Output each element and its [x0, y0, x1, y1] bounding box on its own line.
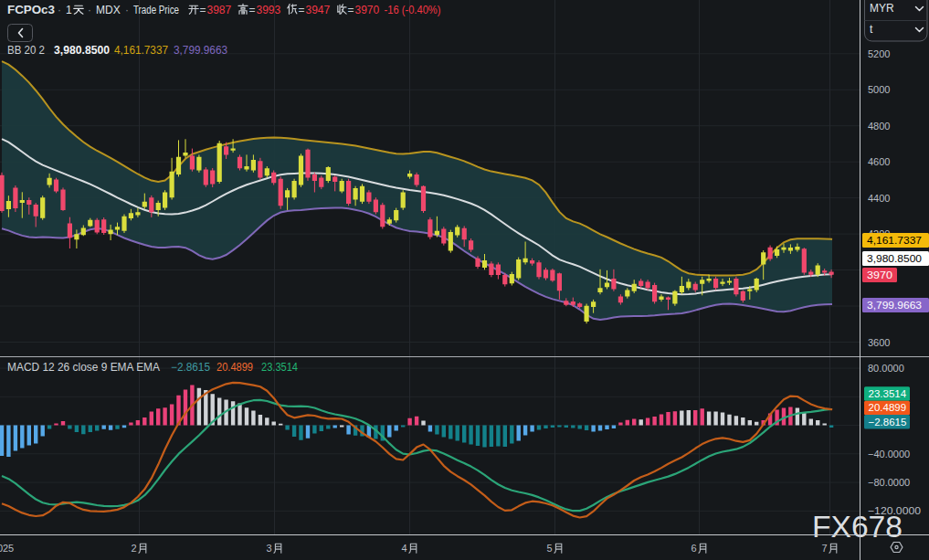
svg-text:4,161.7337: 4,161.7337: [867, 235, 922, 246]
svg-text:23.3514: 23.3514: [869, 388, 907, 399]
svg-text:4400: 4400: [868, 193, 890, 204]
svg-text:20.4899: 20.4899: [869, 402, 907, 413]
svg-text:=: =: [299, 4, 305, 16]
svg-text:MDX: MDX: [96, 4, 121, 16]
svg-text:-16 (-0.40%): -16 (-0.40%): [385, 4, 441, 16]
svg-text:5: 5: [547, 543, 553, 554]
svg-text:BB 20 2: BB 20 2: [7, 44, 45, 57]
svg-text:3993: 3993: [257, 4, 281, 16]
svg-text:4,161.7337: 4,161.7337: [114, 44, 168, 57]
svg-text:1: 1: [66, 4, 72, 16]
svg-text:3970: 3970: [355, 4, 380, 16]
svg-text:=: =: [200, 4, 206, 16]
svg-text:·: ·: [88, 4, 91, 16]
svg-text:=: =: [249, 4, 256, 16]
svg-text:3: 3: [267, 543, 272, 554]
svg-text:20.4899: 20.4899: [216, 361, 253, 374]
svg-text:−2.8615: −2.8615: [869, 417, 907, 428]
svg-text:MYR: MYR: [870, 2, 894, 15]
svg-text:7: 7: [822, 543, 828, 554]
svg-text:−40.0000: −40.0000: [868, 449, 910, 460]
svg-text:3600: 3600: [868, 337, 890, 348]
svg-text:6: 6: [691, 543, 697, 554]
svg-text:4600: 4600: [868, 156, 890, 167]
svg-text:3,799.9663: 3,799.9663: [867, 300, 922, 311]
svg-text:·: ·: [58, 4, 61, 16]
svg-text:4800: 4800: [868, 121, 890, 132]
svg-text:4: 4: [402, 543, 407, 554]
svg-text:−80.0000: −80.0000: [868, 477, 910, 488]
svg-text:=: =: [348, 4, 354, 16]
svg-text:−2.8615: −2.8615: [171, 361, 210, 374]
svg-text:5200: 5200: [868, 48, 890, 59]
svg-text:2: 2: [132, 543, 137, 554]
svg-text:3,799.9663: 3,799.9663: [174, 44, 227, 57]
svg-text:FCPOc3: FCPOc3: [7, 4, 55, 16]
svg-text:Trade Price: Trade Price: [133, 4, 179, 16]
svg-text:3,980.8500: 3,980.8500: [54, 44, 110, 57]
svg-text:3,980.8500: 3,980.8500: [867, 253, 922, 264]
svg-text:3987: 3987: [207, 4, 232, 16]
svg-text:·: ·: [125, 4, 129, 16]
svg-text:MACD 12 26 close 9 EMA EMA: MACD 12 26 close 9 EMA EMA: [7, 361, 160, 374]
svg-text:23.3514: 23.3514: [261, 361, 298, 374]
svg-text:3970: 3970: [867, 269, 892, 280]
svg-text:2025: 2025: [0, 543, 14, 554]
svg-text:−120.0000: −120.0000: [868, 505, 921, 516]
svg-text:5000: 5000: [868, 84, 890, 95]
svg-text:80.0000: 80.0000: [868, 363, 904, 374]
svg-text:3947: 3947: [306, 4, 331, 16]
